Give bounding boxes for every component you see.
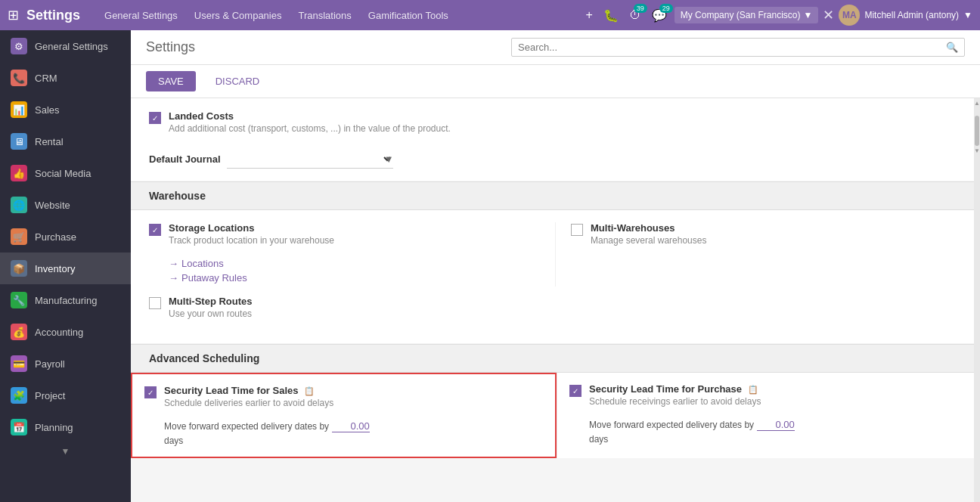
sidebar-item-crm[interactable]: 📞 CRM — [0, 62, 131, 94]
scrollbar-thumb[interactable] — [975, 116, 979, 146]
sidebar-label-manufacturing: Manufacturing — [35, 295, 97, 306]
sidebar-label-inventory: Inventory — [35, 263, 75, 274]
sidebar-item-inventory[interactable]: 📦 Inventory — [0, 253, 131, 284]
advanced-scheduling-section: Advanced Scheduling ✓ Security Lead Time… — [131, 344, 980, 458]
nav-general-settings[interactable]: General Settings — [97, 0, 185, 30]
add-button[interactable]: + — [582, 5, 595, 25]
multi-step-checkbox[interactable] — [149, 297, 161, 309]
security-lead-purchase-row: ✓ Security Lead Time for Purchase 📋 Sche… — [569, 383, 968, 407]
sidebar-item-social-media[interactable]: 👍 Social Media — [0, 157, 131, 189]
sidebar-item-sales[interactable]: 📊 Sales — [0, 94, 131, 126]
move-forward-text-purchase: Move forward expected delivery dates by — [589, 420, 754, 430]
security-lead-purchase-checkbox[interactable]: ✓ — [569, 385, 581, 397]
grid-icon[interactable]: ⊞ — [8, 7, 19, 23]
save-button[interactable]: SAVE — [146, 71, 196, 91]
locations-link-text: Locations — [181, 258, 224, 269]
nav-translations[interactable]: Translations — [290, 0, 358, 30]
sidebar-item-rental[interactable]: 🖥 Rental — [0, 126, 131, 157]
multi-warehouses-desc: Manage several warehouses — [591, 235, 706, 246]
sidebar-scroll-down[interactable]: ▼ — [0, 443, 131, 460]
storage-locations-row: ✓ Storage Locations Track product locati… — [149, 222, 540, 246]
discard-button[interactable]: DISCARD — [203, 71, 272, 91]
search-input[interactable] — [518, 42, 946, 53]
landed-costs-text: Landed Costs Add additional cost (transp… — [169, 110, 451, 134]
storage-locations-text: Storage Locations Track product location… — [169, 222, 334, 246]
gear-icon: ⚙ — [11, 38, 27, 54]
warehouse-two-col: ✓ Storage Locations Track product locati… — [149, 222, 962, 287]
security-lead-sales-days: days — [164, 435, 543, 446]
nav-gamification-tools[interactable]: Gamification Tools — [361, 0, 456, 30]
company-selector[interactable]: My Company (San Francisco) ▼ — [675, 7, 819, 23]
sidebar-item-accounting[interactable]: 💰 Accounting — [0, 316, 131, 348]
security-lead-purchase-desc: Schedule receivings earlier to avoid del… — [589, 396, 761, 407]
close-icon[interactable]: ✕ — [823, 7, 834, 23]
storage-locations-checkbox[interactable]: ✓ — [149, 224, 161, 236]
sidebar-item-manufacturing[interactable]: 🔧 Manufacturing — [0, 284, 131, 316]
scrollbar-arrow-up[interactable]: ▲ — [974, 98, 980, 108]
sidebar-item-planning[interactable]: 📅 Planning — [0, 411, 131, 443]
sidebar-item-payroll[interactable]: 💳 Payroll — [0, 348, 131, 380]
globe-icon: 🌐 — [11, 197, 27, 213]
landed-costs-checkbox[interactable]: ✓ — [149, 112, 161, 124]
topbar: ⊞ Settings General Settings Users & Comp… — [0, 0, 980, 30]
wrench-icon: 🔧 — [11, 292, 27, 308]
chat-button[interactable]: 💬 29 — [649, 5, 670, 26]
card-icon: 💳 — [11, 355, 27, 372]
multi-warehouses-label: Multi-Warehouses — [591, 222, 706, 234]
calendar-icon: 📅 — [11, 419, 27, 435]
putaway-rules-link[interactable]: → Putaway Rules — [169, 272, 540, 284]
sidebar-label-website: Website — [35, 200, 70, 211]
user-menu[interactable]: MA Mitchell Admin (antony) ▼ — [839, 5, 972, 26]
scrollbar-arrow-down[interactable]: ▼ — [974, 146, 980, 156]
sidebar: ⚙ General Settings 📞 CRM 📊 Sales 🖥 Renta… — [0, 30, 131, 502]
page-title: Settings — [146, 39, 195, 55]
multi-warehouses-checkbox[interactable] — [571, 224, 583, 236]
bug-button[interactable]: 🐛 — [600, 5, 622, 26]
sidebar-item-general-settings[interactable]: ⚙ General Settings — [0, 30, 131, 62]
multi-step-desc: Use your own routes — [169, 308, 253, 319]
security-lead-sales-label: Security Lead Time for Sales 📋 — [164, 385, 333, 396]
monitor-icon: 🖥 — [11, 133, 27, 150]
landed-costs-row: ✓ Landed Costs Add additional cost (tran… — [149, 110, 962, 143]
user-chevron-icon: ▼ — [963, 10, 972, 20]
main-area: Settings 🔍 SAVE DISCARD ✓ Landed Costs A… — [131, 30, 980, 502]
sidebar-item-purchase[interactable]: 🛒 Purchase — [0, 221, 131, 253]
user-label: Mitchell Admin (antony) — [864, 10, 959, 20]
sidebar-item-project[interactable]: 🧩 Project — [0, 380, 131, 411]
clock-badge: 39 — [634, 4, 647, 13]
arrow-icon: → — [169, 258, 178, 269]
security-lead-purchase-label: Security Lead Time for Purchase 📋 — [589, 383, 761, 395]
journal-select[interactable] — [227, 149, 393, 169]
multi-step-routes-section: Multi-Step Routes Use your own routes — [149, 296, 962, 319]
nav-users-companies[interactable]: Users & Companies — [187, 0, 290, 30]
sidebar-label-general: General Settings — [35, 41, 108, 52]
storage-locations-desc: Track product location in your warehouse — [169, 235, 334, 246]
vertical-scrollbar[interactable]: ▲ ▼ — [974, 98, 980, 502]
security-lead-purchase-inner: ✓ Security Lead Time for Purchase 📋 Sche… — [557, 373, 980, 455]
sidebar-label-payroll: Payroll — [35, 358, 65, 370]
security-lead-sales-input[interactable] — [332, 420, 370, 432]
clock-button[interactable]: ⏱ 39 — [626, 5, 644, 25]
search-icon[interactable]: 🔍 — [946, 42, 958, 53]
locations-link[interactable]: → Locations — [169, 258, 540, 269]
security-lead-purchase-input-row: Move forward expected delivery dates by — [589, 419, 968, 431]
spreadsheet-icon: 📋 — [304, 386, 315, 395]
sidebar-label-project: Project — [35, 390, 65, 401]
money-icon: 💰 — [11, 324, 27, 340]
phone-icon: 📞 — [11, 70, 27, 86]
advanced-scheduling-body: ✓ Security Lead Time for Sales 📋 Schedul… — [131, 373, 980, 458]
multi-warehouses-col: Multi-Warehouses Manage several warehous… — [555, 222, 962, 287]
landed-costs-desc: Add additional cost (transport, customs,… — [169, 123, 451, 134]
settings-header: Settings 🔍 — [131, 30, 980, 65]
security-lead-purchase-input[interactable] — [757, 419, 795, 431]
box-icon: 📦 — [11, 260, 27, 277]
security-lead-sales-checkbox[interactable]: ✓ — [144, 386, 157, 398]
sidebar-label-purchase: Purchase — [35, 231, 76, 243]
settings-content: ✓ Landed Costs Add additional cost (tran… — [131, 98, 980, 502]
landed-costs-section: ✓ Landed Costs Add additional cost (tran… — [131, 98, 980, 181]
sidebar-label-accounting: Accounting — [35, 327, 83, 338]
move-forward-text-sales: Move forward expected delivery dates by — [164, 421, 329, 432]
multi-warehouses-row: Multi-Warehouses Manage several warehous… — [571, 222, 962, 246]
sidebar-item-website[interactable]: 🌐 Website — [0, 189, 131, 221]
journal-row: Default Journal ▼ — [149, 149, 962, 169]
